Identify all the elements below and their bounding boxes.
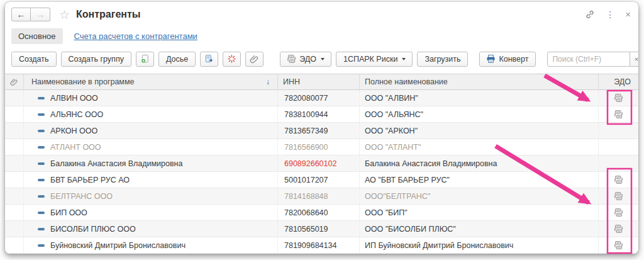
row-attach-cell	[5, 221, 24, 237]
section-tabs: Основное Счета расчетов с контрагентами	[11, 28, 631, 44]
dossier-button[interactable]: Досье	[158, 52, 196, 67]
back-button[interactable]: ←	[11, 8, 31, 21]
get-link-icon[interactable]	[585, 9, 595, 20]
clear-search-button[interactable]: ×	[630, 52, 638, 67]
printer-icon	[486, 54, 496, 64]
row-inn-cell: 7816566900	[278, 139, 360, 155]
row-attach-cell	[5, 237, 24, 253]
row-inn-cell: 7820068640	[278, 205, 360, 220]
counterparties-table: Наименование в программе ↓ ИНН Полное на…	[5, 74, 638, 254]
row-edo-cell	[599, 237, 638, 253]
edo-status-icon[interactable]	[614, 224, 623, 234]
row-fullname-cell: ИП Буйновский Дмитрий Брониславович	[360, 237, 599, 253]
close-icon[interactable]: ×	[625, 9, 631, 20]
envelope-button[interactable]: Конверт	[479, 52, 536, 67]
edo-column-header[interactable]: ЭДО	[599, 74, 638, 89]
row-fullname-cell: Балакина Анастасия Владимировна	[360, 155, 599, 171]
table-row[interactable]: АЛВИН ООО 7820080077 ООО "АЛВИН"	[5, 90, 638, 106]
nav-buttons: ← →	[11, 8, 50, 21]
edo-status-icon[interactable]	[614, 175, 623, 184]
counterparty-name: БЕЛТРАНС ООО	[50, 192, 113, 201]
table-row[interactable]: БИСОЛБИ ПЛЮС ООО 7810565019 ООО "БИСОЛБИ…	[5, 221, 638, 237]
table-row[interactable]: АЛЬЯНС ООО 7838100944 ООО "АЛЬЯНС"	[5, 106, 638, 123]
counterparty-name: Буйновский Дмитрий Брониславович	[50, 241, 186, 250]
row-inn-cell: 690892660102	[278, 155, 360, 171]
counterparty-item-icon	[38, 130, 45, 132]
counterparty-name: БИСОЛБИ ПЛЮС ООО	[50, 225, 136, 234]
row-fullname-cell: ООО "АРКОН"	[360, 123, 599, 138]
edo-status-icon[interactable]	[614, 208, 623, 217]
chevron-down-icon	[321, 58, 325, 62]
row-inn-cell: 7814168848	[278, 188, 360, 204]
counterparty-name: АЛВИН ООО	[50, 94, 98, 103]
row-fullname-cell: ООО"БЕЛТРАНС"	[360, 188, 599, 204]
attachment-column-header[interactable]	[5, 74, 24, 89]
inn-column-header[interactable]: ИНН	[278, 74, 360, 89]
edo-status-icon[interactable]	[614, 240, 623, 250]
row-edo-cell	[599, 205, 638, 220]
row-inn-cell: 7820080077	[278, 90, 360, 106]
row-fullname-cell: ООО "БИП"	[360, 205, 599, 220]
spark-icon-button[interactable]	[223, 52, 241, 67]
search-box: ×	[547, 52, 638, 67]
row-edo-cell	[599, 123, 638, 138]
table-row[interactable]: БЕЛТРАНС ООО 7814168848 ООО"БЕЛТРАНС"	[5, 188, 638, 205]
table-header: Наименование в программе ↓ ИНН Полное на…	[5, 74, 638, 90]
name-column-header[interactable]: Наименование в программе ↓	[24, 74, 278, 89]
table-row[interactable]: БВТ БАРЬЕР РУС АО 5001017207 АО "БВТ БАР…	[5, 172, 638, 188]
row-attach-cell	[5, 172, 24, 188]
edo-status-icon[interactable]	[614, 110, 623, 119]
tab-main[interactable]: Основное	[11, 28, 63, 44]
more-options-icon[interactable]: ⋮	[606, 9, 614, 20]
row-edo-cell	[599, 155, 638, 171]
new-group-icon	[140, 54, 150, 64]
table-row[interactable]: Балакина Анастасия Владимировна 69089266…	[5, 155, 638, 172]
tab-accounts-link[interactable]: Счета расчетов с контрагентами	[74, 31, 197, 41]
edo-icon	[287, 54, 296, 64]
new-group-icon-button[interactable]	[136, 52, 154, 67]
row-name-cell: БЕЛТРАНС ООО	[24, 188, 278, 204]
row-inn-cell: 7813657349	[278, 123, 360, 138]
sort-descending-icon: ↓	[266, 77, 272, 86]
search-input[interactable]	[547, 52, 630, 67]
counterparty-item-icon	[38, 244, 45, 247]
counterparty-item-icon	[38, 228, 45, 230]
titlebar: ← → ☆ Контрагенты ⋮ ×	[11, 6, 631, 23]
edo-dropdown-button[interactable]: ЭДО	[280, 52, 331, 67]
row-name-cell: АЛВИН ООО	[24, 90, 278, 106]
table-row[interactable]: БИП ООО 7820068640 ООО "БИП"	[5, 205, 638, 221]
table-row[interactable]: Буйновский Дмитрий Брониславович 7819096…	[5, 237, 638, 254]
spark-risks-dropdown-button[interactable]: 1СПАРК Риски	[336, 52, 413, 67]
row-attach-cell	[5, 188, 24, 204]
create-group-button[interactable]: Создать группу	[61, 52, 131, 67]
paperclip-icon	[10, 77, 18, 86]
row-fullname-cell: ООО "АТЛАНТ"	[360, 139, 599, 155]
table-row[interactable]: АРКОН ООО 7813657349 ООО "АРКОН"	[5, 123, 638, 139]
page-title: Контрагенты	[76, 9, 140, 20]
load-button[interactable]: Загрузить	[417, 52, 468, 67]
title-actions: ⋮ ×	[585, 9, 631, 20]
create-button[interactable]: Создать	[11, 52, 57, 67]
counterparty-name: АЛЬЯНС ООО	[50, 110, 103, 119]
edo-status-icon[interactable]	[614, 93, 623, 103]
favorite-star-icon[interactable]: ☆	[59, 8, 70, 22]
row-name-cell: БИСОЛБИ ПЛЮС ООО	[24, 221, 278, 237]
paperclip-icon	[250, 54, 259, 64]
row-name-cell: Буйновский Дмитрий Брониславович	[24, 237, 278, 253]
counterparty-item-icon	[38, 162, 45, 165]
counterparty-name: АРКОН ООО	[50, 127, 97, 135]
edo-status-icon[interactable]	[614, 191, 623, 201]
table-row[interactable]: АТЛАНТ ООО 7816566900 ООО "АТЛАНТ"	[5, 139, 638, 155]
counterparty-item-icon	[38, 179, 45, 181]
row-attach-cell	[5, 155, 24, 171]
row-name-cell: Балакина Анастасия Владимировна	[24, 155, 278, 171]
row-edo-cell	[599, 172, 638, 188]
row-inn-cell: 5001017207	[278, 172, 360, 188]
attachment-icon-button[interactable]	[245, 52, 264, 67]
counterparty-item-icon	[38, 146, 45, 149]
counterparty-name: БИП ООО	[50, 208, 87, 217]
document-blue-icon-button[interactable]	[200, 52, 218, 67]
fullname-column-header[interactable]: Полное наименование	[360, 74, 599, 89]
row-attach-cell	[5, 205, 24, 220]
forward-button[interactable]: →	[31, 8, 50, 21]
